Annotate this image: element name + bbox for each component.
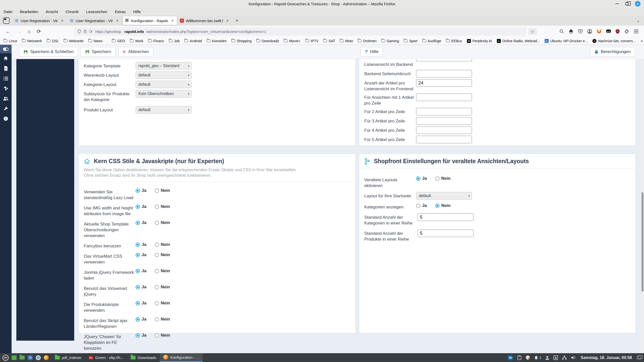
radio-ja[interactable]: Ja xyxy=(136,317,153,322)
radio-nein[interactable]: Nein xyxy=(435,176,453,181)
task-pdf-indexer[interactable]: pdf_indexer xyxy=(51,353,85,362)
close-icon[interactable]: ✕ xyxy=(60,18,65,23)
bookmark-folder[interactable]: IPTV xyxy=(305,39,318,43)
radio-ja[interactable]: Ja xyxy=(136,204,153,209)
bookmark-folder[interactable]: GEO xyxy=(112,39,125,43)
volume-icon[interactable] xyxy=(571,355,576,360)
firefox-icon[interactable] xyxy=(44,355,49,360)
save-button[interactable]: Speichern xyxy=(81,47,115,57)
tab-user-registration-2[interactable]: User Registration - Virtuema ✕ xyxy=(68,16,122,25)
radio-nein[interactable]: Nein xyxy=(155,204,172,209)
page-scrollbar[interactable] xyxy=(641,59,644,353)
radio-nein[interactable]: Nein xyxy=(435,203,453,208)
close-icon[interactable]: ✕ xyxy=(170,18,175,23)
help-button[interactable]: ? Hilfe xyxy=(360,47,383,57)
radio-ja[interactable]: Ja xyxy=(136,285,153,290)
printer-icon[interactable] xyxy=(569,29,574,34)
bookmark-ubuntu[interactable]: ◎Ubuntu: HP-Drucker e... xyxy=(545,39,588,43)
menu-hilfe[interactable]: Hilfe xyxy=(133,10,141,14)
produkte-reihe-input[interactable] xyxy=(418,230,473,237)
url-input[interactable]: https://geoshop.rapold.info/administrato… xyxy=(74,27,527,36)
menu-datei[interactable]: Datei xyxy=(4,10,12,14)
bookmark-folder[interactable]: Finanz xyxy=(148,39,164,43)
produkt-layout-select[interactable]: default▾ xyxy=(136,106,191,114)
extensions-icon[interactable] xyxy=(624,29,629,34)
account-icon[interactable] xyxy=(587,29,592,34)
bookmark-folder[interactable]: Movie+ xyxy=(284,39,301,43)
bookmark-folder[interactable]: DSL xyxy=(47,39,59,43)
menu-lesezeichen[interactable]: Lesezeichen xyxy=(86,10,107,14)
task-filezilla[interactable]: Fz Green - sftp://h... xyxy=(85,353,127,362)
scrollbar-thumb[interactable] xyxy=(641,192,643,292)
bookmark-folder[interactable]: Moto xyxy=(340,39,353,43)
mint-menu-icon[interactable]: lm xyxy=(3,355,9,361)
close-window-button[interactable]: ✕ xyxy=(635,1,640,7)
radio-nein[interactable]: Nein xyxy=(155,285,172,290)
bookmark-star-icon[interactable]: ☆ xyxy=(529,28,537,35)
user-tray-icon[interactable] xyxy=(545,355,549,360)
bookmark-folder[interactable]: Ausflüge xyxy=(422,39,441,43)
clipped-input[interactable] xyxy=(416,59,472,61)
bookmark-folder[interactable]: EEBus xyxy=(446,39,462,43)
pocket-icon[interactable] xyxy=(578,29,583,34)
shield-tray-icon[interactable] xyxy=(526,355,530,360)
tab-user-registration-1[interactable]: User Registration - Virtuema ✕ xyxy=(13,16,67,25)
firefox-view-icon[interactable] xyxy=(3,17,10,24)
hp-tray-icon[interactable]: hp xyxy=(508,355,513,360)
radio-ja[interactable]: Ja xyxy=(136,301,153,306)
menu-extras[interactable]: Extras xyxy=(115,10,126,14)
menu-ansicht[interactable]: Ansicht xyxy=(46,10,58,14)
bookmark-nachruest[interactable]: ◑Nachrüst-Set, convers... xyxy=(592,39,636,43)
removable-media-icon[interactable] xyxy=(553,355,558,360)
chromium-icon[interactable] xyxy=(36,355,41,360)
bookmark-folder[interactable]: Android xyxy=(184,39,202,43)
bookmark-folder[interactable]: Sport xyxy=(404,39,417,43)
bookmark-folder[interactable]: Webseite xyxy=(64,39,84,43)
radio-ja[interactable]: Ja xyxy=(136,242,153,247)
radio-nein[interactable]: Nein xyxy=(155,301,172,306)
metamask-icon[interactable] xyxy=(596,29,602,34)
sidebar-item-toggle[interactable] xyxy=(0,45,12,53)
backend-seitenumbruch-input[interactable] xyxy=(416,70,472,77)
bookmark-folder[interactable]: Netzwerk xyxy=(22,39,42,43)
ghostery-icon[interactable] xyxy=(606,29,611,34)
artikel-1-zeile-input[interactable] xyxy=(416,94,472,101)
show-desktop-icon[interactable] xyxy=(12,355,17,360)
bookmark-folder[interactable]: Konsolen xyxy=(207,39,227,43)
search-icon[interactable] xyxy=(559,29,564,34)
restore-button[interactable] xyxy=(625,2,628,5)
sidebar-item-documents[interactable] xyxy=(0,63,12,73)
sidebar-item-extensions[interactable] xyxy=(0,83,12,94)
bookmark-folder[interactable]: SAT xyxy=(323,39,335,43)
sidebar-item-users[interactable] xyxy=(0,94,12,104)
files-icon[interactable] xyxy=(20,356,25,359)
bookmark-perplexity[interactable]: ✳Perplexity AI xyxy=(467,39,492,43)
tab-konfiguration[interactable]: ⌘ Konfiguration - Rapold Geoc ✕ xyxy=(123,16,177,25)
notifications-icon[interactable] xyxy=(534,355,538,360)
home-icon[interactable]: ⌂ xyxy=(25,28,34,35)
mail-icon[interactable]: ✉ xyxy=(28,355,33,360)
menu-icon[interactable] xyxy=(633,29,639,34)
radio-ja[interactable]: Ja xyxy=(136,252,153,257)
bookmark-folder[interactable]: Drohnen xyxy=(358,39,377,43)
bookmark-folder[interactable]: Downloadz xyxy=(256,39,279,43)
back-icon[interactable]: ← xyxy=(3,28,14,35)
menu-chronik[interactable]: Chronik xyxy=(66,10,79,14)
radio-nein[interactable]: Nein xyxy=(155,188,172,193)
cancel-button[interactable]: ✕ Abbrechen xyxy=(118,47,153,57)
bookmarks-overflow-icon[interactable]: » xyxy=(640,39,643,43)
task-konfiguration[interactable]: Konfiguration - ... xyxy=(160,353,203,362)
reload-icon[interactable]: ⟳ xyxy=(34,27,44,35)
kategorien-reihe-input[interactable] xyxy=(418,213,473,221)
radio-nein[interactable]: Nein xyxy=(155,268,172,274)
bookmark-folder[interactable]: Linux xyxy=(4,39,17,43)
radio-nein[interactable]: Nein xyxy=(155,220,172,225)
close-icon[interactable]: ✕ xyxy=(225,18,230,23)
list-all-tabs-icon[interactable]: ⌄ xyxy=(634,18,642,23)
radio-nein[interactable]: Nein xyxy=(155,333,172,338)
ublock-icon[interactable]: UO xyxy=(615,29,620,34)
radio-ja[interactable]: Ja xyxy=(416,176,434,181)
tracking-shield-icon[interactable] xyxy=(77,29,81,33)
startseite-layout-select[interactable]: default▾ xyxy=(416,192,472,200)
artikel-frontend-input[interactable] xyxy=(416,79,472,87)
